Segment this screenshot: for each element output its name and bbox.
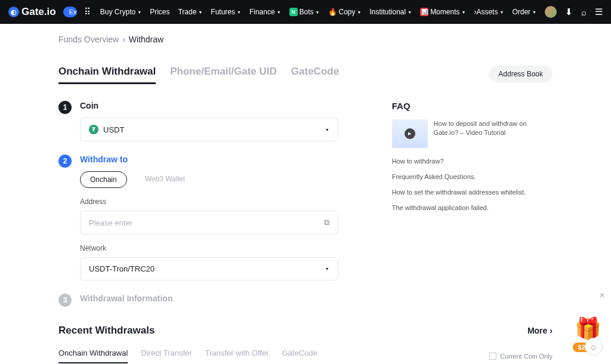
breadcrumb: Funds Overview › Withdraw	[58, 35, 553, 44]
step-1-number: 1	[58, 101, 72, 114]
nav-finance[interactable]: Finance▼	[249, 8, 281, 16]
faq-video[interactable]: ▶ How to deposit and withdraw on Gate.io…	[392, 119, 553, 148]
recent-withdrawals: Recent Withdrawals More› Onchain Withdra…	[58, 325, 553, 364]
chip-web3[interactable]: Web3 Wallet	[135, 171, 195, 188]
gift-icon: 🎁	[573, 316, 603, 341]
address-input[interactable]	[89, 218, 324, 227]
destination-chips: Onchain Web3 Wallet	[80, 171, 338, 188]
video-thumbnail: ▶	[392, 119, 428, 148]
close-promo-icon[interactable]: ✕	[599, 291, 605, 300]
nav-buy-crypto[interactable]: Buy Crypto▼	[100, 8, 141, 16]
step-coin-title: Coin	[80, 101, 338, 110]
breadcrumb-funds[interactable]: Funds Overview	[58, 35, 119, 44]
nav-institutional[interactable]: Institutional▼	[369, 8, 412, 16]
faq-link-0[interactable]: How to withdraw?	[392, 158, 553, 165]
chevron-down-icon: ▼	[325, 267, 329, 271]
network-label: Network	[80, 244, 338, 252]
faq-link-1[interactable]: Frequently Asked Questions.	[392, 173, 553, 180]
apps-icon[interactable]: ⠿	[84, 7, 91, 17]
address-book-button[interactable]: Address Book	[489, 66, 553, 82]
tab-phone-email[interactable]: Phone/Email/Gate UID	[170, 66, 277, 84]
nav-right: Assets▼ Order▼ ⬇ ⌕ ☰	[476, 6, 603, 18]
nav-trade[interactable]: Trade▼	[178, 8, 202, 16]
download-icon[interactable]: ⬇	[565, 7, 573, 17]
more-button[interactable]: More›	[527, 326, 553, 335]
nav-bots[interactable]: NBots▼	[289, 8, 320, 16]
withdrawal-form: 1 Coin ₮ USDT ▼ 2 Withdraw to Onchain	[58, 101, 338, 310]
address-input-wrap: ⧉	[80, 211, 338, 235]
step-2-number: 2	[58, 155, 72, 168]
step-withdraw-title: Withdraw to	[80, 155, 338, 164]
breadcrumb-withdraw: Withdraw	[129, 35, 163, 44]
avatar[interactable]	[545, 6, 557, 18]
menu-icon[interactable]: ☰	[595, 7, 603, 17]
faq-title: FAQ	[392, 101, 553, 111]
step-3-number: 3	[58, 294, 72, 307]
nav-copy[interactable]: 🔥Copy▼	[328, 8, 362, 16]
chat-button[interactable]: ☺	[585, 338, 603, 356]
exchange-pill[interactable]: Exchange	[63, 7, 77, 17]
nav-futures[interactable]: Futures▼	[211, 8, 241, 16]
step-info-title: Withdrawal Information	[80, 294, 338, 303]
top-nav: ◐Gate.io Exchange Web3 ⠿ Buy Crypto▼ Pri…	[0, 0, 611, 24]
coin-select[interactable]: ₮ USDT ▼	[80, 118, 338, 141]
faq-link-2[interactable]: How to set the withdrawal addresses whit…	[392, 189, 553, 196]
rtab-gatecode[interactable]: GateCode	[282, 348, 317, 363]
main-nav: Buy Crypto▼ Prices Trade▼ Futures▼ Finan…	[100, 8, 477, 16]
search-icon[interactable]: ⌕	[581, 7, 587, 17]
tab-gatecode[interactable]: GateCode	[291, 66, 339, 84]
withdrawal-tabs: Onchain Withdrawal Phone/Email/Gate UID …	[58, 66, 339, 84]
recent-tabs: Onchain Withdrawal Direct Transfer Trans…	[58, 348, 317, 363]
nav-order[interactable]: Order▼	[512, 8, 536, 16]
checkbox-icon	[489, 353, 496, 360]
rtab-onchain[interactable]: Onchain Withdrawal	[58, 348, 128, 363]
faq-panel: FAQ ▶ How to deposit and withdraw on Gat…	[392, 101, 553, 310]
current-coin-toggle[interactable]: Current Coin Only	[489, 353, 553, 360]
recent-title: Recent Withdrawals	[58, 325, 155, 337]
rtab-offer[interactable]: Transfer with Offer	[205, 348, 269, 363]
faq-link-3[interactable]: The withdrawal application failed.	[392, 204, 553, 211]
tab-onchain[interactable]: Onchain Withdrawal	[58, 66, 156, 84]
chip-onchain[interactable]: Onchain	[80, 171, 127, 188]
network-select[interactable]: USDT-Tron/TRC20 ▼	[80, 257, 338, 280]
nav-assets[interactable]: Assets▼	[476, 8, 504, 16]
usdt-icon: ₮	[89, 125, 98, 134]
nav-prices[interactable]: Prices	[150, 8, 169, 16]
logo[interactable]: ◐Gate.io	[8, 6, 56, 18]
chevron-down-icon: ▼	[325, 128, 329, 132]
nav-moments[interactable]: 📊Moments▼	[420, 8, 465, 16]
play-icon: ▶	[405, 128, 415, 139]
rtab-direct[interactable]: Direct Transfer	[141, 348, 192, 363]
mode-toggle: Exchange Web3	[63, 7, 77, 17]
address-label: Address	[80, 198, 338, 206]
paste-icon[interactable]: ⧉	[324, 218, 329, 227]
